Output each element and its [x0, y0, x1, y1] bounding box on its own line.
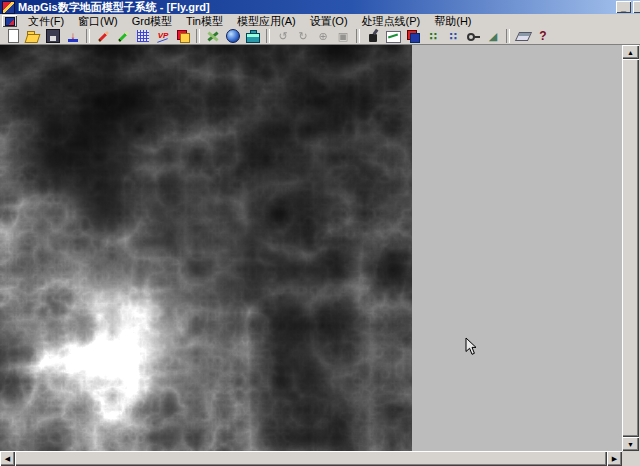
scroll-left-icon: ◀	[5, 455, 10, 463]
toolbar-separator	[196, 29, 200, 43]
grid-model-button[interactable]	[133, 28, 153, 44]
key-tool-button[interactable]	[463, 28, 483, 44]
horizontal-scroll-thumb[interactable]	[15, 451, 607, 466]
help-button[interactable]: ?	[533, 28, 553, 44]
rotate-right-icon: ↻	[295, 28, 311, 44]
profile-chart-button[interactable]	[383, 28, 403, 44]
rotate-axis-button: ⊕	[313, 28, 333, 44]
new-file-icon	[5, 28, 21, 44]
save-file-button[interactable]	[43, 28, 63, 44]
red-pen-icon	[95, 28, 111, 44]
menu-model-apply[interactable]: 模型应用(A)	[230, 15, 303, 28]
menu-settings[interactable]: 设置(O)	[303, 15, 355, 28]
slope-tool-icon: ◢	[485, 28, 501, 44]
get-data-button[interactable]: ↓	[63, 28, 83, 44]
rotate-right-button: ↻	[293, 28, 313, 44]
vertical-scrollbar[interactable]: ▲ ▼	[622, 45, 640, 451]
toolbar: ↓VP↺↻⊕▣∷∷◢?	[0, 28, 640, 45]
terrain-tools-button[interactable]	[203, 28, 223, 44]
scroll-up-button[interactable]: ▲	[622, 45, 639, 59]
model-case-button[interactable]	[243, 28, 263, 44]
eraser-button[interactable]	[513, 28, 533, 44]
toolbar-separator	[506, 29, 510, 43]
toolbar-separator	[356, 29, 360, 43]
window-title: MapGis数字地面模型子系统 - [Fly.grd]	[18, 0, 210, 14]
menu-process-points[interactable]: 处理点线(P)	[355, 15, 428, 28]
horizontal-scrollbar[interactable]: ◀ ▶	[0, 451, 622, 466]
scrollbar-corner	[622, 451, 640, 466]
rotate-axis-icon: ⊕	[315, 28, 331, 44]
model-case-icon	[245, 28, 261, 44]
open-file-icon	[25, 28, 41, 44]
ink-bottle-icon	[365, 28, 381, 44]
new-file-button[interactable]	[3, 28, 23, 44]
child-window-icon[interactable]	[2, 15, 17, 27]
scatter-blue-icon: ∷	[445, 28, 461, 44]
globe-view-button[interactable]	[223, 28, 243, 44]
menu-bar: 文件(F) 窗口(W) Grd模型 Tin模型 模型应用(A) 设置(O) 处理…	[0, 14, 640, 29]
scroll-right-icon: ▶	[612, 455, 617, 463]
scatter-green-button[interactable]: ∷	[423, 28, 443, 44]
client-empty-area	[412, 45, 622, 451]
green-pen-button[interactable]	[113, 28, 133, 44]
red-pen-button[interactable]	[93, 28, 113, 44]
color-squares-button[interactable]	[403, 28, 423, 44]
scatter-blue-button[interactable]: ∷	[443, 28, 463, 44]
eraser-icon	[515, 28, 531, 44]
rotate-left-button: ↺	[273, 28, 293, 44]
scatter-green-icon: ∷	[425, 28, 441, 44]
menu-file[interactable]: 文件(F)	[21, 15, 71, 28]
menu-grd-model[interactable]: Grd模型	[125, 15, 179, 28]
grid-model-icon	[135, 28, 151, 44]
scroll-down-icon: ▼	[627, 441, 634, 448]
menu-tin-model[interactable]: Tin模型	[179, 15, 230, 28]
minimize-icon: _	[616, 4, 631, 13]
green-pen-icon	[115, 28, 131, 44]
color-squares-icon	[405, 28, 421, 44]
overlay-squares-button[interactable]	[173, 28, 193, 44]
slope-tool-button[interactable]: ◢	[483, 28, 503, 44]
terrain-tools-icon	[205, 28, 221, 44]
scroll-up-icon: ▲	[627, 49, 634, 56]
overlay-squares-icon	[175, 28, 191, 44]
menu-help[interactable]: 帮助(H)	[427, 15, 478, 28]
edit-box-icon: ▣	[335, 28, 351, 44]
toolbar-separator	[266, 29, 270, 43]
menu-window[interactable]: 窗口(W)	[71, 15, 125, 28]
edit-box-button: ▣	[333, 28, 353, 44]
scroll-left-button[interactable]: ◀	[0, 451, 15, 466]
help-icon: ?	[535, 28, 551, 44]
vp-view-button[interactable]: VP	[153, 28, 173, 44]
toolbar-separator	[86, 29, 90, 43]
title-bar: MapGis数字地面模型子系统 - [Fly.grd] _	[0, 0, 640, 14]
scroll-right-button[interactable]: ▶	[607, 451, 622, 466]
vertical-scroll-thumb[interactable]	[622, 59, 639, 437]
map-view[interactable]	[0, 45, 412, 451]
save-file-icon	[45, 28, 61, 44]
scroll-down-button[interactable]: ▼	[622, 437, 639, 451]
key-tool-icon	[465, 28, 481, 44]
minimize-button[interactable]: _	[616, 1, 631, 13]
globe-view-icon	[225, 28, 241, 44]
maximize-button[interactable]	[633, 1, 640, 13]
profile-chart-icon	[385, 28, 401, 44]
vp-view-icon: VP	[155, 28, 171, 44]
rotate-left-icon: ↺	[275, 28, 291, 44]
get-data-icon: ↓	[65, 28, 81, 44]
open-file-button[interactable]	[23, 28, 43, 44]
app-icon	[2, 1, 15, 14]
ink-bottle-button[interactable]	[363, 28, 383, 44]
